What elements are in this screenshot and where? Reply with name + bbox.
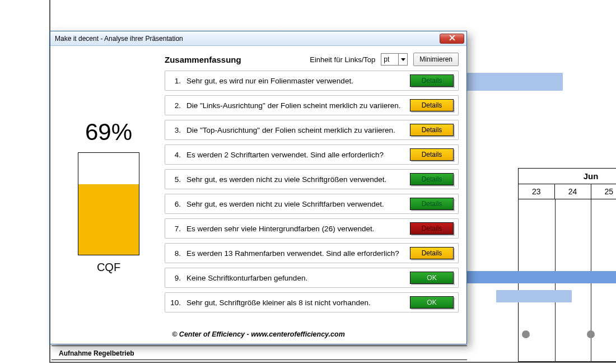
- finding-text: Sehr gut, es werden nicht zu viele Schri…: [186, 175, 404, 184]
- unit-select[interactable]: pt: [381, 53, 408, 66]
- summary-heading: Zusammenfassung: [165, 55, 241, 64]
- finding-number: 6.: [170, 200, 181, 208]
- finding-text: Es werden sehr viele Hintergrundfarben (…: [186, 225, 404, 233]
- finding-row: 6.Sehr gut, es werden nicht zu viele Sch…: [165, 194, 459, 214]
- finding-row: 5.Sehr gut, es werden nicht zu viele Sch…: [165, 169, 459, 189]
- milestone-dot-icon: [522, 330, 530, 338]
- gantt-week-header: 23 24 25 26: [518, 184, 616, 199]
- details-button[interactable]: Details: [410, 198, 454, 210]
- milestone-dot-icon: [587, 330, 595, 338]
- details-button[interactable]: Details: [410, 247, 454, 259]
- details-button[interactable]: Details: [410, 124, 454, 136]
- ok-button[interactable]: OK: [410, 272, 454, 284]
- score-pane: 69% CQF: [58, 80, 159, 274]
- finding-text: Die "Links-Ausrichtung" der Folien schei…: [186, 101, 404, 110]
- finding-text: Es werden 2 Schriftarten verwendet. Sind…: [186, 151, 404, 159]
- finding-number: 2.: [170, 101, 181, 110]
- details-button[interactable]: Details: [410, 173, 454, 185]
- finding-row: 3.Die "Top-Ausrichtung" der Folien schei…: [165, 120, 459, 140]
- finding-text: Sehr gut, es wird nur ein Folienmaster v…: [186, 77, 404, 85]
- gantt-week-cell: 23: [518, 184, 554, 199]
- finding-number: 5.: [170, 175, 181, 184]
- gantt-preview: Jun 23 24 25 26 30.06.: [518, 168, 616, 362]
- finding-row: 1.Sehr gut, es wird nur ein Folienmaster…: [165, 71, 459, 91]
- analysis-dialog: Make it decent - Analyse ihrer Präsentat…: [50, 31, 467, 344]
- unit-select-value: pt: [384, 55, 389, 63]
- dialog-footer: © Center of Efficiency - www.centerofeff…: [50, 330, 466, 338]
- finding-row: 4.Es werden 2 Schriftarten verwendet. Si…: [165, 144, 459, 165]
- finding-text: Es werden 13 Rahmenfarben verwendet. Sin…: [186, 249, 404, 258]
- details-button[interactable]: Details: [410, 148, 454, 161]
- finding-row: 2.Die "Links-Ausrichtung" der Folien sch…: [165, 95, 459, 115]
- finding-number: 8.: [170, 249, 181, 258]
- finding-number: 4.: [170, 151, 181, 159]
- findings-list: 1.Sehr gut, es wird nur ein Folienmaster…: [165, 71, 459, 317]
- score-gauge: [78, 152, 139, 255]
- gantt-body: 30.06.: [518, 199, 616, 362]
- score-caption: CQF: [58, 261, 159, 274]
- score-percent: 69%: [58, 119, 159, 146]
- unit-label: Einheit für Links/Top: [310, 55, 375, 64]
- finding-text: Sehr gut, Schriftgröße kleiner als 8 ist…: [186, 298, 404, 307]
- details-button[interactable]: Details: [410, 99, 454, 111]
- finding-row: 7.Es werden sehr viele Hintergrundfarben…: [165, 218, 459, 239]
- finding-number: 3.: [170, 126, 181, 134]
- minimize-button[interactable]: Minimieren: [413, 53, 459, 66]
- finding-row: 8.Es werden 13 Rahmenfarben verwendet. S…: [165, 243, 459, 263]
- dialog-titlebar[interactable]: Make it decent - Analyse ihrer Präsentat…: [50, 31, 466, 46]
- gantt-month-header: Jun: [518, 168, 616, 184]
- finding-number: 10.: [170, 298, 181, 307]
- finding-row: 10.Sehr gut, Schriftgröße kleiner als 8 …: [165, 292, 459, 312]
- finding-text: Die "Top-Ausrichtung" der Folien scheint…: [186, 126, 404, 134]
- finding-number: 1.: [170, 77, 181, 85]
- finding-text: Sehr gut, es werden nicht zu viele Schri…: [186, 200, 404, 208]
- gantt-week-cell: 25: [591, 184, 617, 199]
- finding-text: Keine Schriftkonturfarben gefunden.: [186, 274, 404, 282]
- close-button[interactable]: [440, 34, 464, 44]
- finding-row: 9.Keine Schriftkonturfarben gefunden.OK: [165, 268, 459, 288]
- details-button[interactable]: Details: [410, 74, 454, 87]
- finding-number: 7.: [170, 225, 181, 233]
- close-icon: [449, 35, 455, 43]
- chevron-down-icon: [398, 54, 407, 65]
- details-button[interactable]: Details: [410, 222, 454, 235]
- dialog-title: Make it decent - Analyse ihrer Präsentat…: [55, 35, 440, 43]
- gantt-bar: [496, 290, 572, 302]
- bottom-row-label: Aufnahme Regelbetrieb: [59, 349, 134, 357]
- finding-number: 9.: [170, 274, 181, 282]
- score-gauge-fill: [78, 184, 139, 255]
- gantt-week-cell: 24: [554, 184, 591, 199]
- ok-button[interactable]: OK: [410, 296, 454, 309]
